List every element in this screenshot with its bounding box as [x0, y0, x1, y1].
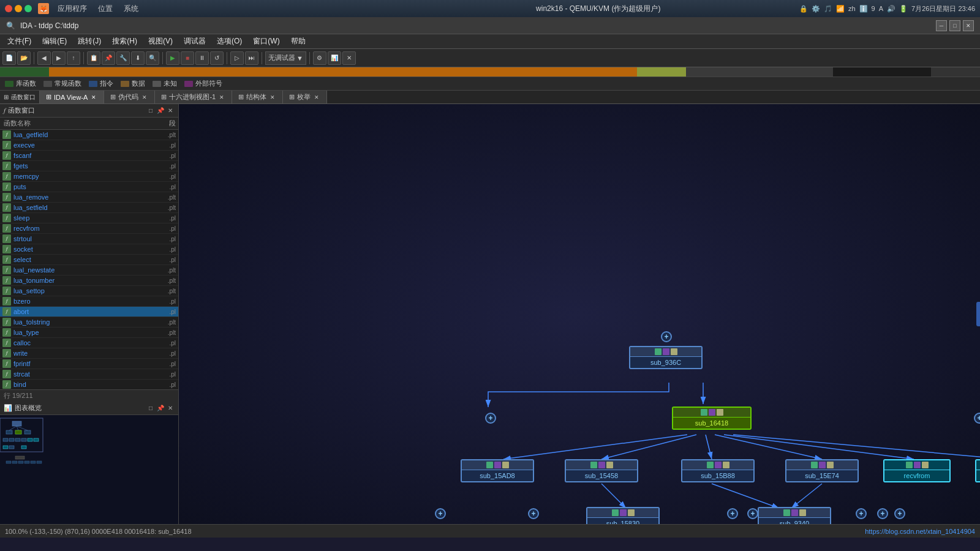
tb-dbg2[interactable]: ⏭	[245, 51, 258, 65]
tb-tool3[interactable]: 🔍	[146, 51, 159, 65]
node-sub-9340[interactable]: sub_9340	[758, 507, 831, 524]
node-sub-15E74[interactable]: sub_15E74	[785, 459, 859, 482]
tab-functions-window[interactable]: ⊞ 函数窗口	[0, 91, 40, 104]
menu-search[interactable]: 搜索(H)	[107, 35, 142, 48]
collapse-row2-1[interactable]: +	[435, 508, 446, 519]
func-row[interactable]: 𝑓 lua_setfield .plt	[0, 203, 178, 213]
tb-tool1[interactable]: 🔧	[116, 51, 130, 65]
func-row[interactable]: 𝑓 lua_type .plt	[0, 328, 178, 338]
sys-menu-system[interactable]: 系统	[121, 2, 141, 15]
tl-yellow[interactable]	[15, 5, 22, 12]
node-recvfrom[interactable]: recvfrom	[883, 459, 951, 482]
tb-run[interactable]: ▶	[166, 51, 179, 65]
win-close[interactable]: ✕	[963, 20, 974, 31]
collapse-row2-4[interactable]: +	[747, 508, 758, 519]
tb-open[interactable]: 📂	[17, 51, 31, 65]
func-row[interactable]: 𝑓 fscanf .pl	[0, 151, 178, 161]
func-row[interactable]: 𝑓 fprintf .pl	[0, 359, 178, 369]
tb-settings3[interactable]: ✕	[342, 51, 356, 65]
node-sub-15B88[interactable]: sub_15B88	[681, 459, 755, 482]
tab-pseudo-close[interactable]: ✕	[141, 94, 148, 101]
minimap-close[interactable]: ✕	[166, 404, 175, 413]
menu-options[interactable]: 选项(O)	[212, 35, 247, 48]
func-row[interactable]: 𝑓 sleep .pl	[0, 213, 178, 223]
tb-settings2[interactable]: 📊	[328, 51, 341, 65]
func-row[interactable]: 𝑓 lua_getfield .plt	[0, 130, 178, 140]
tab-hex-view[interactable]: ⊞ 十六进制视图-1 ✕	[155, 91, 232, 104]
func-row[interactable]: 𝑓 lual_newstate .plt	[0, 265, 178, 276]
collapse-row2-7[interactable]: +	[894, 508, 905, 519]
tb-new[interactable]: 📄	[2, 51, 16, 65]
tab-ida-view[interactable]: ⊞ IDA View-A ✕	[40, 91, 104, 104]
graph-view[interactable]: sub_936C + sub_16418	[179, 104, 980, 524]
func-row[interactable]: 𝑓 lua_settop .plt	[0, 286, 178, 296]
collapse-row2-6[interactable]: +	[877, 508, 888, 519]
func-row[interactable]: 𝑓 memcpy .pl	[0, 171, 178, 182]
tb-stop[interactable]: ■	[181, 51, 194, 65]
node-sendto[interactable]: sendto	[975, 459, 980, 482]
tb-forward[interactable]: ▶	[52, 51, 66, 65]
func-row[interactable]: 𝑓 select .pl	[0, 255, 178, 265]
menu-help[interactable]: 帮助	[286, 35, 311, 48]
sidebar-close[interactable]: ✕	[166, 107, 175, 115]
sidebar-pin[interactable]: 📌	[156, 107, 165, 115]
tab-ida-close[interactable]: ✕	[90, 94, 97, 101]
tab-enum[interactable]: ⊞ 枚举 ✕	[283, 91, 327, 104]
tb-dbg1[interactable]: ▷	[230, 51, 244, 65]
menu-edit[interactable]: 编辑(E)	[37, 35, 72, 48]
func-row[interactable]: 𝑓 lua_remove .plt	[0, 192, 178, 203]
menu-debugger[interactable]: 调试器	[179, 35, 211, 48]
func-row[interactable]: 𝑓 bind .pl	[0, 380, 178, 389]
func-row[interactable]: 𝑓 calloc .pl	[0, 338, 178, 348]
win-minimize[interactable]: ─	[936, 20, 947, 31]
tab-pseudocode[interactable]: ⊞ 伪代码 ✕	[104, 91, 155, 104]
func-row[interactable]: 𝑓 lua_tonumber .plt	[0, 276, 178, 286]
collapse-row2-5[interactable]: +	[856, 508, 867, 519]
sys-menu-app[interactable]: 应用程序	[55, 2, 89, 15]
func-row[interactable]: 𝑓 strtoul .pl	[0, 234, 178, 244]
collapse-left[interactable]: +	[485, 413, 496, 424]
node-sub-936C[interactable]: sub_936C	[629, 346, 703, 369]
menu-file[interactable]: 文件(F)	[2, 35, 36, 48]
func-row[interactable]: 𝑓 bzero .pl	[0, 296, 178, 307]
menu-jump[interactable]: 跳转(J)	[73, 35, 106, 48]
func-row[interactable]: 𝑓 recvfrom .pl	[0, 223, 178, 234]
tb-back[interactable]: ◀	[37, 51, 51, 65]
function-list[interactable]: 𝑓 lua_getfield .plt 𝑓 execve .pl 𝑓 fscan…	[0, 130, 178, 389]
tb-settings1[interactable]: ⚙	[313, 51, 326, 65]
node-sub-15AD8[interactable]: sub_15AD8	[461, 459, 534, 482]
node-sub-15830[interactable]: sub_15830	[586, 507, 660, 524]
collapse-top[interactable]: +	[661, 331, 672, 342]
tb-paste[interactable]: 📌	[102, 51, 115, 65]
func-row[interactable]: 𝑓 puts .pl	[0, 182, 178, 192]
tl-green[interactable]	[24, 5, 32, 12]
tb-nav3[interactable]: ↑	[67, 51, 80, 65]
menu-window[interactable]: 窗口(W)	[248, 35, 284, 48]
tab-hex-close[interactable]: ✕	[218, 94, 225, 101]
window-controls[interactable]: ─ □ ✕	[936, 20, 974, 31]
func-row[interactable]: 𝑓 abort .pl	[0, 307, 178, 317]
tab-enum-close[interactable]: ✕	[313, 94, 320, 101]
win-maximize[interactable]: □	[949, 20, 960, 31]
menu-view[interactable]: 视图(V)	[143, 35, 178, 48]
tb-debugger-select[interactable]: 无调试器 ▼	[265, 51, 306, 65]
tb-tool2[interactable]: ⬇	[131, 51, 145, 65]
func-row[interactable]: 𝑓 strcat .pl	[0, 369, 178, 380]
tb-pause[interactable]: ⏸	[195, 51, 209, 65]
tab-struct[interactable]: ⊞ 结构体 ✕	[232, 91, 283, 104]
minimap-float[interactable]: □	[146, 404, 155, 413]
func-row[interactable]: 𝑓 socket .pl	[0, 244, 178, 255]
tb-copy[interactable]: 📋	[87, 51, 100, 65]
collapse-row2-2[interactable]: +	[528, 508, 539, 519]
tl-red[interactable]	[5, 5, 12, 12]
node-sub-15458[interactable]: sub_15458	[565, 459, 638, 482]
collapse-row2-3[interactable]: +	[727, 508, 738, 519]
sys-menu-location[interactable]: 位置	[96, 2, 115, 15]
tab-struct-close[interactable]: ✕	[269, 94, 276, 101]
node-sub-16418[interactable]: sub_16418	[672, 407, 752, 430]
func-row[interactable]: 𝑓 write .pl	[0, 348, 178, 359]
tb-restart[interactable]: ↺	[210, 51, 224, 65]
sidebar-float[interactable]: □	[146, 107, 155, 115]
func-row[interactable]: 𝑓 fgets .pl	[0, 161, 178, 171]
func-row[interactable]: 𝑓 lua_tolstring .plt	[0, 317, 178, 328]
